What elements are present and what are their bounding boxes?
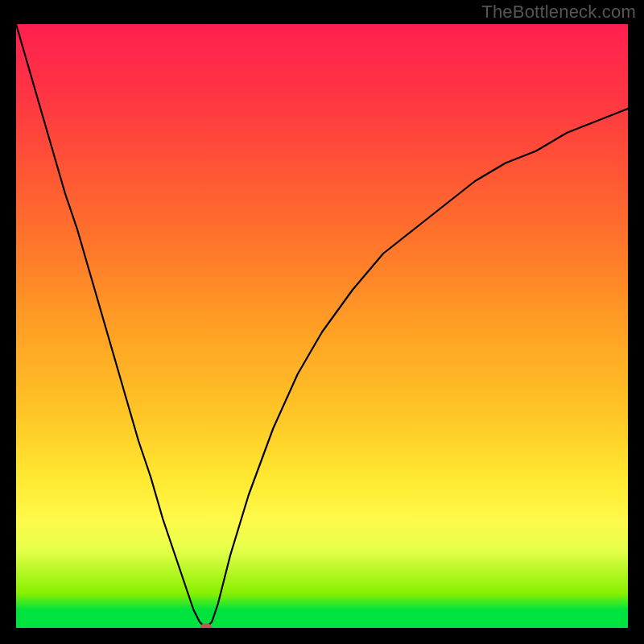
bottleneck-curve xyxy=(16,24,628,628)
optimal-point-marker xyxy=(200,624,212,629)
curve-path xyxy=(16,24,628,628)
watermark-text: TheBottleneck.com xyxy=(481,2,636,23)
chart-frame: TheBottleneck.com xyxy=(0,0,644,644)
plot-area xyxy=(16,24,628,628)
